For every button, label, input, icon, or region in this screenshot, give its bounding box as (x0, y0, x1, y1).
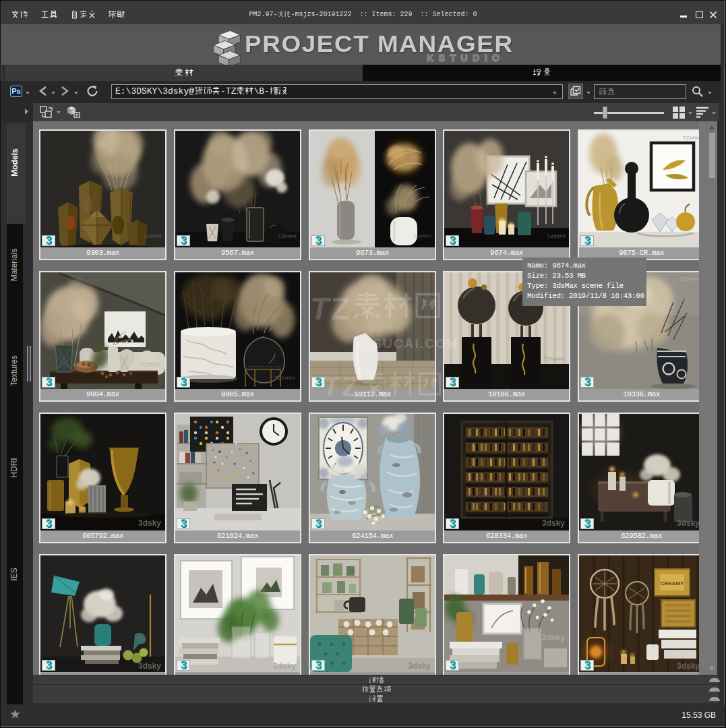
svg-text:TZ####: TZ#### (682, 135, 699, 141)
svg-text:TZ####: TZ#### (679, 276, 699, 282)
svg-text:TZ####: TZ#### (543, 356, 564, 363)
svg-text:TZ####: TZ#### (413, 233, 431, 239)
svg-text:3dsky: 3dsky (542, 518, 565, 528)
svg-text:TZ####: TZ#### (547, 233, 566, 239)
svg-text:CREAMY: CREAMY (661, 580, 684, 586)
svg-text:TZ####: TZ#### (278, 233, 297, 239)
svg-text:3dsky: 3dsky (273, 661, 296, 671)
svg-text:3dsky: 3dsky (677, 518, 699, 528)
svg-text:3dsky: 3dsky (138, 518, 161, 528)
svg-text:3dsky: 3dsky (677, 661, 699, 671)
svg-text:3dsky: 3dsky (138, 661, 161, 671)
svg-text:TZ####: TZ#### (274, 375, 295, 382)
svg-text:TZ####: TZ#### (143, 233, 162, 239)
svg-text:TZ####: TZ#### (140, 361, 160, 368)
svg-text:3dsky: 3dsky (542, 633, 565, 642)
svg-text:3dsky: 3dsky (408, 661, 431, 671)
